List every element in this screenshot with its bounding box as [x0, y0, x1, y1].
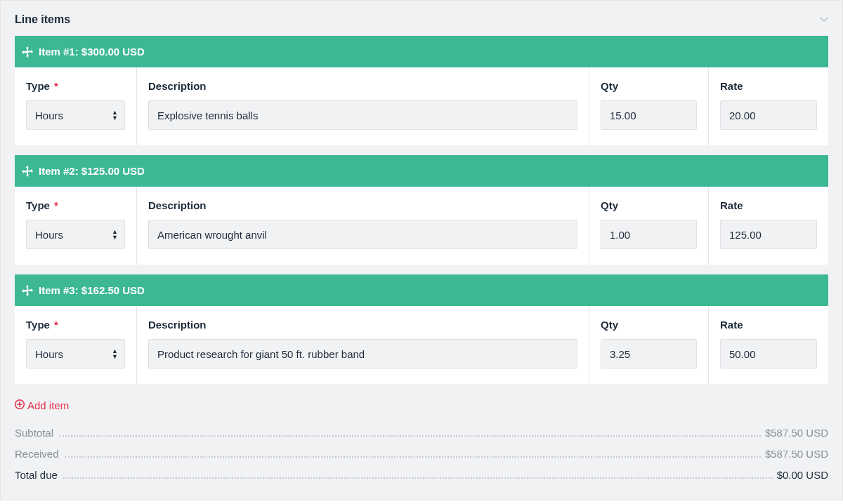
subtotal-row: Subtotal $587.50 USD — [15, 423, 828, 444]
description-cell: Description — [137, 306, 589, 384]
item-header-title: Item #3: $162.50 USD — [39, 284, 145, 296]
item-body: Type *Hours▲▼DescriptionQtyRate — [15, 187, 828, 265]
type-select[interactable]: Hours — [26, 100, 125, 130]
add-item-label: Add item — [27, 399, 69, 411]
type-cell: Type *Hours▲▼ — [15, 67, 137, 145]
item-header-title: Item #1: $300.00 USD — [39, 46, 145, 58]
move-icon[interactable] — [22, 166, 33, 177]
item-header[interactable]: Item #2: $125.00 USD — [15, 155, 828, 187]
total-due-value: $0.00 USD — [777, 469, 828, 481]
panel-title: Line items — [15, 13, 70, 26]
qty-input[interactable] — [601, 339, 697, 369]
rate-input[interactable] — [720, 339, 817, 369]
dotted-leader — [63, 477, 773, 479]
rate-cell: Rate — [709, 67, 828, 145]
received-row: Received $587.50 USD — [15, 444, 828, 465]
type-cell: Type *Hours▲▼ — [15, 187, 137, 265]
rate-cell: Rate — [709, 306, 828, 384]
type-label: Type * — [26, 80, 125, 92]
add-item-button[interactable]: Add item — [1, 394, 842, 418]
required-mark: * — [54, 199, 58, 211]
item-body: Type *Hours▲▼DescriptionQtyRate — [15, 67, 828, 145]
required-mark: * — [54, 80, 58, 92]
description-input[interactable] — [148, 220, 577, 249]
rate-input[interactable] — [720, 220, 817, 249]
type-label: Type * — [26, 199, 125, 211]
line-items-panel: Line items Item #1: $300.00 USDType *Hou… — [0, 0, 843, 500]
type-select[interactable]: Hours — [26, 220, 125, 249]
description-label: Description — [148, 80, 577, 92]
rate-label: Rate — [720, 80, 817, 92]
qty-label: Qty — [601, 80, 697, 92]
received-value: $587.50 USD — [765, 448, 828, 460]
totals-section: Subtotal $587.50 USD Received $587.50 US… — [1, 418, 842, 500]
description-cell: Description — [137, 67, 589, 145]
total-due-row: Total due $0.00 USD — [15, 465, 828, 486]
type-cell: Type *Hours▲▼ — [15, 306, 137, 384]
description-cell: Description — [137, 187, 589, 265]
panel-header: Line items — [1, 1, 842, 36]
plus-circle-icon — [15, 399, 25, 411]
qty-cell: Qty — [589, 306, 709, 384]
rate-label: Rate — [720, 319, 817, 331]
received-label: Received — [15, 448, 59, 460]
qty-label: Qty — [601, 319, 697, 331]
item-header[interactable]: Item #1: $300.00 USD — [15, 36, 828, 67]
item-body: Type *Hours▲▼DescriptionQtyRate — [15, 306, 828, 384]
collapse-panel-icon[interactable] — [820, 15, 828, 25]
description-input[interactable] — [148, 100, 577, 130]
move-icon[interactable] — [22, 46, 33, 58]
item-header-title: Item #2: $125.00 USD — [39, 165, 145, 177]
qty-cell: Qty — [589, 187, 709, 265]
subtotal-value: $587.50 USD — [765, 427, 828, 439]
description-label: Description — [148, 199, 577, 211]
dotted-leader — [59, 435, 761, 437]
rate-label: Rate — [720, 199, 817, 211]
type-select[interactable]: Hours — [26, 339, 125, 369]
total-due-label: Total due — [15, 469, 58, 481]
rate-input[interactable] — [720, 100, 817, 130]
item-header[interactable]: Item #3: $162.50 USD — [15, 274, 828, 306]
qty-input[interactable] — [601, 100, 697, 130]
description-input[interactable] — [148, 339, 577, 369]
description-label: Description — [148, 319, 577, 331]
rate-cell: Rate — [709, 187, 828, 265]
subtotal-label: Subtotal — [15, 427, 53, 439]
qty-cell: Qty — [589, 67, 709, 145]
dotted-leader — [65, 456, 761, 458]
qty-label: Qty — [601, 199, 697, 211]
required-mark: * — [54, 319, 58, 331]
qty-input[interactable] — [601, 220, 697, 249]
move-icon[interactable] — [22, 285, 33, 296]
type-label: Type * — [26, 319, 125, 331]
